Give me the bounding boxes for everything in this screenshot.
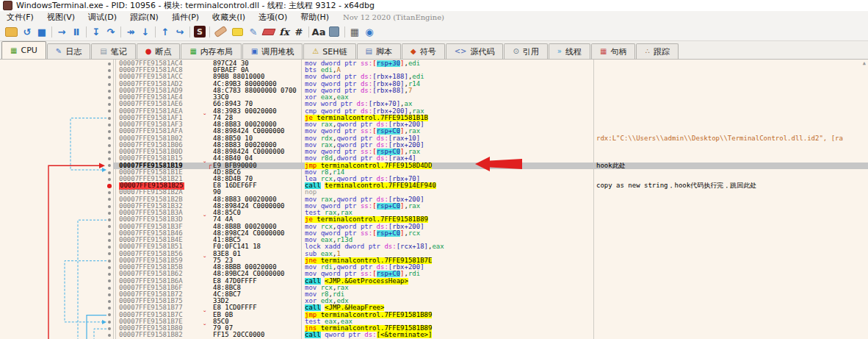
menu-item-文件F[interactable]: 文件(F) <box>0 12 40 23</box>
tab-断点[interactable]: ●断点 <box>137 43 181 59</box>
menu-item-视图V[interactable]: 视图(V) <box>40 12 82 23</box>
row-dot[interactable] <box>108 76 111 79</box>
row-dot[interactable] <box>108 246 111 249</box>
tab-bar: ▦CPU✎日志▤笔记●断点▦内存布局▣调用堆栈⚠SEH链▤脚本◆符号<>源代码⊙… <box>0 41 868 60</box>
patch-icon[interactable] <box>214 26 228 38</box>
menu-item-插件P[interactable]: 插件(P) <box>165 12 206 23</box>
execute-till-return-icon[interactable]: ↑ <box>158 25 173 38</box>
tab-源代码[interactable]: <>源代码 <box>446 43 504 59</box>
tab-调用堆栈[interactable]: ▣调用堆栈 <box>242 43 303 59</box>
row-dot[interactable] <box>108 307 111 310</box>
instruction: xor edx,edx <box>305 298 593 304</box>
menu-item-跟踪N[interactable]: 跟踪(N) <box>123 12 165 23</box>
menu-item-帮助H[interactable]: 帮助(H) <box>294 12 336 23</box>
menu-item-选项O[interactable]: 选项(O) <box>252 12 294 23</box>
row-dot[interactable] <box>108 103 111 106</box>
toolbar-separator <box>155 26 156 38</box>
run-to-user-code-icon[interactable]: ↪ <box>173 25 187 38</box>
globe-icon[interactable]: ◉ <box>362 25 377 38</box>
disassembly-pane: 00007FFE91581AC4897C24 30mov dword ptr s… <box>0 60 868 339</box>
row-dot[interactable] <box>108 327 111 330</box>
step-down-icon[interactable]: ↓ <box>138 25 153 38</box>
row-dot[interactable] <box>108 279 111 282</box>
breakpoint-dot[interactable] <box>107 184 112 188</box>
restart-icon[interactable]: ↺ <box>20 25 35 38</box>
row-dot[interactable] <box>108 321 111 324</box>
fx-icon[interactable]: fx <box>277 25 292 38</box>
bytes: 83E8 01 <box>213 251 300 257</box>
tab-CPU[interactable]: ▦CPU <box>1 41 46 59</box>
scylla-icon[interactable]: S <box>194 26 206 38</box>
font-icon[interactable]: Aa <box>311 25 326 38</box>
row-dot[interactable] <box>108 232 111 235</box>
row-dot[interactable] <box>108 157 111 160</box>
tab-句柄[interactable]: ▦句柄 <box>591 43 635 59</box>
log-icon: ✎ <box>56 48 62 55</box>
cpu-chip-icon: ▦ <box>10 47 17 54</box>
disasm-row[interactable]: 00007FFE91581B82FF15 20CC0000call qword … <box>0 332 868 338</box>
row-dot[interactable] <box>108 164 111 167</box>
tab-线程[interactable]: »线程 <box>549 43 590 59</box>
eraser-icon[interactable] <box>261 29 275 35</box>
instruction: mov qword ptr ds:[rbx+88],7 <box>305 88 593 94</box>
comment-icon[interactable] <box>232 28 243 36</box>
row-dot[interactable] <box>108 83 111 86</box>
calculator-icon[interactable]: ▦ <box>347 25 362 38</box>
row-dot[interactable] <box>108 144 111 147</box>
instruction: call <JMP.&GetProcessHeap> <box>305 278 593 285</box>
row-dot[interactable] <box>108 69 111 72</box>
row-dot[interactable] <box>108 273 111 276</box>
row-dot[interactable] <box>108 260 111 263</box>
row-dot[interactable] <box>108 198 111 201</box>
row-dot[interactable] <box>108 63 111 65</box>
open-folder-icon[interactable] <box>5 27 18 37</box>
row-dot[interactable] <box>108 191 111 194</box>
row-dot[interactable] <box>108 96 111 99</box>
hash-icon[interactable]: # <box>292 25 306 38</box>
step-over-icon[interactable]: ↷ <box>104 25 118 38</box>
row-dot[interactable] <box>108 293 111 296</box>
row-dot[interactable] <box>108 300 111 303</box>
row-dot[interactable] <box>108 313 111 316</box>
row-dot[interactable] <box>108 287 111 290</box>
step-into-icon[interactable]: ↧ <box>89 25 104 38</box>
row-dot[interactable] <box>108 212 111 215</box>
label-icon[interactable]: ✎ <box>246 25 261 38</box>
scrollbar-up-icon[interactable]: ▲ <box>863 61 866 66</box>
row-dot[interactable] <box>108 171 111 174</box>
row-dot[interactable] <box>108 130 111 133</box>
row-dot[interactable] <box>108 151 111 154</box>
tab-日志[interactable]: ✎日志 <box>47 43 90 59</box>
row-dot[interactable] <box>108 218 111 221</box>
pause-icon[interactable]: Ⅱ <box>69 25 84 38</box>
row-dot[interactable] <box>108 110 111 113</box>
row-dot[interactable] <box>108 137 111 140</box>
device-icon[interactable] <box>329 26 339 37</box>
tab-内存布局[interactable]: ▦内存布局 <box>181 43 241 59</box>
menu-item-收藏夹I[interactable]: 收藏夹(I) <box>206 12 252 23</box>
instruction: jne terminalcontrol.7FFE91581B7E <box>305 257 593 264</box>
row-dot[interactable] <box>108 205 111 208</box>
row-dot[interactable] <box>108 266 111 269</box>
row-dot[interactable] <box>108 178 111 181</box>
row-dot[interactable] <box>108 252 111 255</box>
tab-引用[interactable]: ⊙引用 <box>504 43 547 59</box>
row-dot[interactable] <box>108 90 111 93</box>
row-dot[interactable] <box>108 117 111 120</box>
row-dot[interactable] <box>108 225 111 228</box>
tab-脚本[interactable]: ▤脚本 <box>357 43 401 59</box>
menu-item-调试D[interactable]: 调试(D) <box>82 12 123 23</box>
bytes: 90 <box>213 189 300 196</box>
run-to-selection-icon[interactable]: ↠ <box>123 25 138 38</box>
tab-笔记[interactable]: ▤笔记 <box>91 43 135 59</box>
comment: rdx:L"C:\\Users\\admin\\Desktop\\Termina… <box>596 135 868 142</box>
stop-icon[interactable]: ■ <box>35 25 49 38</box>
tab-符号[interactable]: ◆符号 <box>402 43 445 59</box>
row-dot[interactable] <box>108 334 111 337</box>
tab-SEH链[interactable]: ⚠SEH链 <box>303 43 355 59</box>
instruction: mov qword ptr ss:[rsp+C0],rax <box>305 149 593 155</box>
tab-跟踪[interactable]: ∴跟踪 <box>636 43 678 59</box>
row-dot[interactable] <box>108 124 111 126</box>
run-icon[interactable]: → <box>54 25 69 38</box>
row-dot[interactable] <box>108 239 111 242</box>
